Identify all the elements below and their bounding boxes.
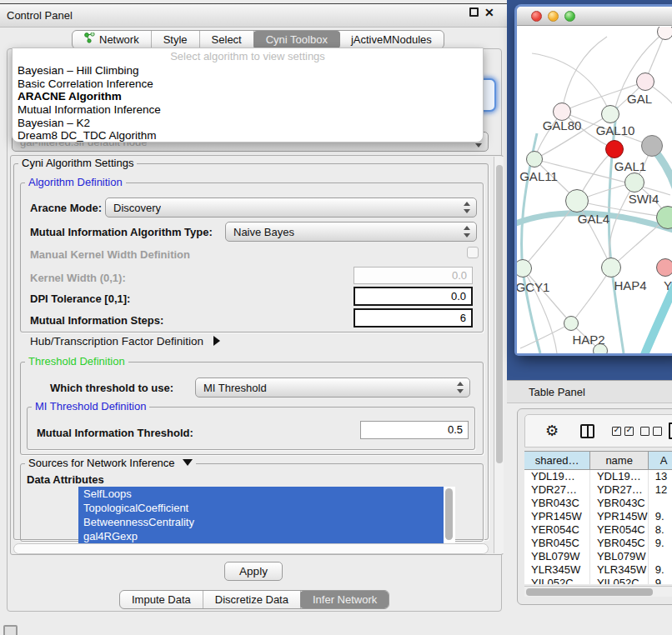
tab-label: Style (163, 31, 188, 48)
collapse-arrow-icon (183, 459, 193, 466)
network-node[interactable] (624, 172, 644, 192)
table-row[interactable]: YDL19…YDL19…13 (524, 470, 672, 483)
node-label: HAP4 (614, 278, 646, 292)
close-window-button[interactable] (531, 11, 542, 22)
network-node[interactable] (605, 140, 624, 158)
mi-type-select[interactable]: Naive Bayes (225, 222, 477, 242)
settings-vertical-scrollbar[interactable] (494, 157, 504, 553)
table-cell: YPR145W (590, 510, 649, 523)
table-cell: YBL079W (524, 550, 590, 563)
column-header[interactable]: shared… (524, 452, 590, 470)
manual-kernel-checkbox[interactable] (467, 247, 479, 258)
kernel-width-input[interactable]: 0.0 (354, 267, 473, 284)
attribute-list-item[interactable]: TopologicalCoefficient (78, 501, 444, 515)
columns-icon[interactable] (580, 424, 594, 438)
network-node[interactable] (636, 72, 654, 91)
close-panel-button[interactable]: ✕ (484, 5, 494, 20)
table-row[interactable]: YDR27…YDR27…12 (524, 483, 672, 497)
algorithm-option[interactable]: Bayesian – Hill Climbing (13, 64, 483, 78)
network-canvas[interactable]: GALGAL80GAL10GAL1GAL11SWI4GAL4GCY1HAP4YH… (517, 27, 672, 353)
node-label: Y (664, 278, 672, 292)
algorithm-option[interactable]: Basic Correlation Inference (13, 78, 483, 91)
network-view-window[interactable]: GALGAL80GAL10GAL1GAL11SWI4GAL4GCY1HAP4YH… (517, 7, 672, 353)
mi-threshold-input[interactable]: 0.5 (360, 421, 469, 439)
table-cell: YER054C (590, 523, 649, 537)
algorithm-option[interactable]: Mutual Information Inference (13, 103, 483, 117)
apply-button[interactable]: Apply (224, 562, 283, 581)
column-header[interactable]: A (649, 452, 672, 470)
attribute-list-item[interactable]: gal4RGexp (78, 529, 444, 543)
minimize-window-button[interactable] (548, 11, 559, 22)
document-icon[interactable] (669, 422, 672, 439)
network-node[interactable] (601, 258, 621, 278)
deselect-all-columns-icon[interactable] (640, 427, 662, 436)
algorithm-option[interactable]: Bayesian – K2 (13, 117, 483, 130)
mi-steps-input[interactable]: 6 (354, 308, 473, 328)
network-node[interactable] (601, 105, 619, 123)
tab-infer-network[interactable]: Infer Network (300, 591, 389, 608)
table-cell: YBR043C (524, 497, 590, 510)
tab-impute-data[interactable]: Impute Data (120, 591, 203, 608)
table-row[interactable]: YPR145WYPR145W9. (524, 510, 672, 523)
table-row[interactable]: YBR043CYBR043C (524, 497, 672, 510)
table-toolbar: ⚙ (524, 414, 672, 448)
zoom-window-button[interactable] (564, 11, 575, 22)
aracne-mode-label: Aracne Mode: (30, 202, 102, 214)
table-cell: YIL052C (524, 577, 590, 584)
scrollbar-thumb[interactable] (526, 588, 653, 596)
table-row[interactable]: YBR045CYBR045C9. (524, 537, 672, 550)
table-rows: YDL19…YDL19…13YDR27…YDR27…12YBR043CYBR04… (524, 470, 672, 584)
which-threshold-select[interactable]: MI Threshold (195, 378, 470, 398)
node-label: GAL80 (543, 118, 582, 132)
dpi-tolerance-input[interactable]: 0.0 (354, 287, 473, 306)
tab-style[interactable]: Style (152, 31, 200, 48)
float-window-button[interactable] (469, 8, 479, 17)
column-header[interactable]: name (590, 452, 649, 470)
which-threshold-label: Which threshold to use: (50, 382, 173, 394)
docked-panel-icon[interactable] (3, 625, 18, 635)
tab-jactivemnodules[interactable]: jActiveMNodules (339, 31, 444, 48)
table-cell: YBR045C (590, 537, 649, 550)
aracne-mode-select[interactable]: Discovery (105, 198, 477, 218)
network-node[interactable] (565, 189, 589, 212)
tab-network[interactable]: Network (73, 31, 152, 48)
table-cell: 12 (649, 483, 672, 497)
network-node[interactable] (526, 151, 543, 168)
table-cell (649, 550, 672, 563)
network-node[interactable] (657, 27, 672, 40)
network-node[interactable] (564, 316, 579, 331)
table-cell: YDL19… (590, 470, 649, 483)
table-row[interactable]: YBL079WYBL079W (524, 550, 672, 563)
list-scrollbar-thumb[interactable] (445, 488, 453, 540)
node-label: GAL11 (519, 169, 558, 183)
sources-group-title[interactable]: Sources for Network Inference (25, 458, 196, 469)
expander-arrow-icon (213, 336, 220, 346)
network-node[interactable] (641, 135, 663, 157)
table-row[interactable]: YER054CYER054C8. (524, 523, 672, 537)
table-cell: 9. (649, 537, 672, 550)
table-horizontal-scrollbar[interactable] (524, 586, 672, 597)
algorithm-option[interactable]: ARACNE Algorithm (13, 90, 483, 103)
table-cell: YER054C (524, 523, 590, 537)
tab-label: Impute Data (132, 591, 191, 608)
control-panel-title: Control Panel (7, 4, 73, 28)
algorithm-option[interactable]: Dream8 DC_TDC Algorithm (13, 129, 483, 142)
tab-cyni-toolbox[interactable]: Cyni Toolbox (253, 31, 340, 48)
aracne-mode-value: Discovery (113, 202, 161, 214)
attribute-list-item[interactable]: SelfLoops (78, 487, 444, 501)
mi-type-label: Mutual Information Algorithm Type: (30, 226, 213, 238)
which-threshold-value: MI Threshold (203, 382, 267, 394)
kernel-width-label: Kernel Width (0,1): (30, 272, 126, 284)
settings-horizontal-scrollbar[interactable] (13, 543, 489, 554)
table-row[interactable]: YIL052CYIL052C9. (524, 577, 672, 584)
table-row[interactable]: YLR345WYLR345W9. (524, 563, 672, 577)
tab-select[interactable]: Select (200, 31, 254, 48)
gear-icon[interactable]: ⚙ (545, 422, 559, 440)
select-all-columns-icon[interactable] (612, 427, 634, 436)
scrollbar-thumb[interactable] (496, 165, 503, 463)
attribute-list-item[interactable]: BetweennessCentrality (78, 515, 444, 529)
network-node[interactable] (656, 258, 672, 277)
tab-discretize-data[interactable]: Discretize Data (203, 591, 301, 608)
hub-expander[interactable]: Hub/Transcription Factor Definition (30, 335, 220, 348)
network-window-titlebar[interactable] (517, 7, 672, 26)
